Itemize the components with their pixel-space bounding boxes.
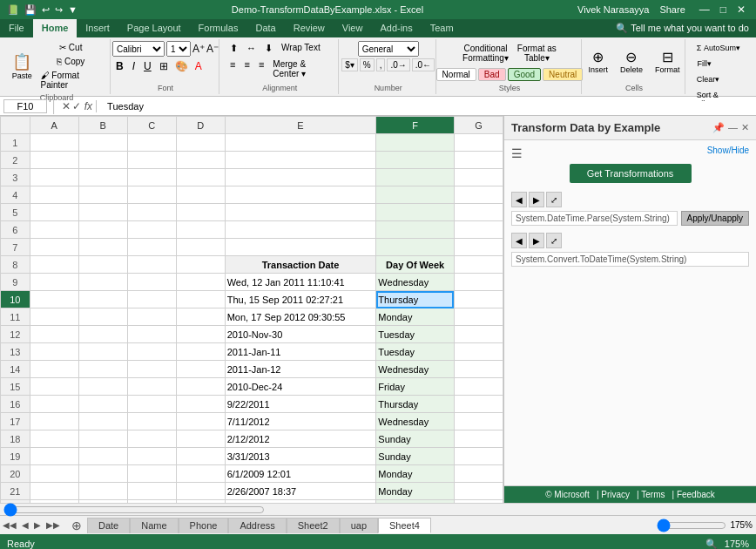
footer-microsoft-link[interactable]: © Microsoft <box>545 490 590 499</box>
cell-f8[interactable]: Day Of Week <box>376 256 455 274</box>
row-header-13[interactable]: 13 <box>1 343 30 361</box>
cell-e2[interactable] <box>225 152 376 169</box>
col-header-f[interactable]: F <box>376 117 455 134</box>
transform-next-btn-2[interactable]: ▶ <box>529 233 544 248</box>
cut-btn[interactable]: ✂ Cut <box>37 41 105 54</box>
cell-f13[interactable]: Tuesday <box>376 343 455 361</box>
quick-access-redo-icon[interactable]: ↪ <box>55 4 63 16</box>
merge-center-btn[interactable]: Merge & Center ▾ <box>269 58 333 80</box>
row-header-7[interactable]: 7 <box>1 239 30 256</box>
row-header-5[interactable]: 5 <box>1 204 30 221</box>
row-header-19[interactable]: 19 <box>1 448 30 465</box>
sheet-tab-sheet2[interactable]: Sheet2 <box>287 518 340 533</box>
cell-e8[interactable]: Transaction Date <box>225 256 376 274</box>
horizontal-scrollbar[interactable] <box>0 503 756 515</box>
row-header-16[interactable]: 16 <box>1 396 30 413</box>
autosum-btn[interactable]: Σ AutoSum▾ <box>692 41 745 55</box>
tab-formulas[interactable]: Formulas <box>190 19 247 37</box>
cell-b1[interactable] <box>78 134 127 152</box>
row-header-4[interactable]: 4 <box>1 186 30 204</box>
add-sheet-btn[interactable]: ⊕ <box>66 518 87 532</box>
maximize-btn[interactable]: □ <box>717 3 730 16</box>
cell-e1[interactable] <box>225 134 376 152</box>
col-header-d[interactable]: D <box>176 117 225 134</box>
cell-f12[interactable]: Tuesday <box>376 326 455 343</box>
fill-color-btn[interactable]: 🎨 <box>172 59 191 73</box>
align-top-btn[interactable]: ⬆ <box>226 41 241 56</box>
tab-team[interactable]: Team <box>422 19 462 37</box>
row-header-10[interactable]: 10 <box>1 291 30 308</box>
get-transformations-btn[interactable]: Get Transformations <box>570 164 692 183</box>
cell-f19[interactable]: Sunday <box>376 448 455 465</box>
cell-c3[interactable] <box>127 169 176 186</box>
row-header-1[interactable]: 1 <box>1 134 30 152</box>
align-bottom-btn[interactable]: ⬇ <box>261 41 276 56</box>
row-header-3[interactable]: 3 <box>1 169 30 186</box>
format-btn[interactable]: ⊟Format <box>651 46 685 77</box>
row-header-18[interactable]: 18 <box>1 430 30 448</box>
tab-home[interactable]: Home <box>33 19 78 37</box>
cell-a3[interactable] <box>30 169 78 186</box>
tab-data[interactable]: Data <box>246 19 284 37</box>
transform-minimize-icon[interactable]: — <box>728 122 738 133</box>
number-format-select[interactable]: General <box>358 41 419 57</box>
align-left-btn[interactable]: ≡ <box>226 58 239 80</box>
sheet-nav-prev-btn[interactable]: ◀ <box>19 520 31 530</box>
cell-f1[interactable] <box>376 134 455 152</box>
col-header-e[interactable]: E <box>225 117 376 134</box>
cell-f2[interactable] <box>376 152 455 169</box>
align-middle-btn[interactable]: ↔ <box>243 41 260 56</box>
h-scroll-slider[interactable] <box>3 503 265 517</box>
cell-e20[interactable]: 6/1/2009 12:01 <box>225 465 376 483</box>
cell-f14[interactable]: Wednesday <box>376 361 455 378</box>
tell-me-input[interactable]: 🔍 Tell me what you want to do <box>609 19 756 37</box>
cell-e11[interactable]: Mon, 17 Sep 2012 09:30:55 <box>225 308 376 326</box>
cell-f15[interactable]: Friday <box>376 378 455 396</box>
style-good-btn[interactable]: Good <box>508 68 541 81</box>
row-header-8[interactable]: 8 <box>1 256 30 274</box>
transform-prev-btn-1[interactable]: ◀ <box>511 192 527 207</box>
cell-f22[interactable]: Tuesday <box>376 500 455 504</box>
transform-expand-btn-2[interactable]: ⤢ <box>546 233 562 248</box>
font-size-select[interactable]: 11 <box>166 41 191 57</box>
style-neutral-btn[interactable]: Neutral <box>543 68 583 81</box>
cell-e10[interactable]: Thu, 15 Sep 2011 02:27:21 <box>225 291 376 308</box>
delete-btn[interactable]: ⊖Delete <box>616 46 647 77</box>
cancel-formula-btn[interactable]: ✕ <box>62 100 71 112</box>
cell-e14[interactable]: 2011-Jan-12 <box>225 361 376 378</box>
fill-btn[interactable]: Fill▾ <box>692 57 717 71</box>
font-family-select[interactable]: Calibri <box>112 41 165 57</box>
bold-btn[interactable]: B <box>112 58 127 74</box>
cell-f17[interactable]: Wednesday <box>376 413 455 430</box>
show-hide-link[interactable]: Show/Hide <box>707 146 749 155</box>
cell-a2[interactable] <box>30 152 78 169</box>
share-btn[interactable]: Share <box>659 4 685 15</box>
sheet-tab-date[interactable]: Date <box>87 518 130 533</box>
cell-f21[interactable]: Monday <box>376 483 455 500</box>
cell-c2[interactable] <box>127 152 176 169</box>
footer-terms-link[interactable]: | Terms <box>637 490 665 499</box>
row-header-21[interactable]: 21 <box>1 483 30 500</box>
status-zoom-icon[interactable]: 🔍 <box>705 539 718 550</box>
paste-btn[interactable]: 📋 Paste <box>9 50 36 83</box>
tab-file[interactable]: File <box>0 19 33 37</box>
col-header-c[interactable]: C <box>127 117 176 134</box>
comma-btn[interactable]: , <box>376 58 386 71</box>
transform-close-icon[interactable]: ✕ <box>741 122 749 133</box>
border-btn[interactable]: ⊞ <box>157 59 171 73</box>
sheet-nav-next-btn[interactable]: ▶ <box>31 520 44 530</box>
transform-pin-icon[interactable]: 📌 <box>712 122 725 133</box>
cell-g3[interactable] <box>454 169 503 186</box>
row-header-17[interactable]: 17 <box>1 413 30 430</box>
tab-page-layout[interactable]: Page Layout <box>118 19 190 37</box>
formula-bar-input[interactable] <box>104 101 753 112</box>
cell-f16[interactable]: Thursday <box>376 396 455 413</box>
style-bad-btn[interactable]: Bad <box>478 68 506 81</box>
col-header-b[interactable]: B <box>78 117 127 134</box>
cell-g2[interactable] <box>454 152 503 169</box>
footer-feedback-link[interactable]: | Feedback <box>672 490 715 499</box>
cell-e17[interactable]: 7/11/2012 <box>225 413 376 430</box>
cell-e16[interactable]: 9/22/2011 <box>225 396 376 413</box>
quick-access-save-icon[interactable]: 💾 <box>24 4 37 16</box>
cell-e19[interactable]: 3/31/2013 <box>225 448 376 465</box>
